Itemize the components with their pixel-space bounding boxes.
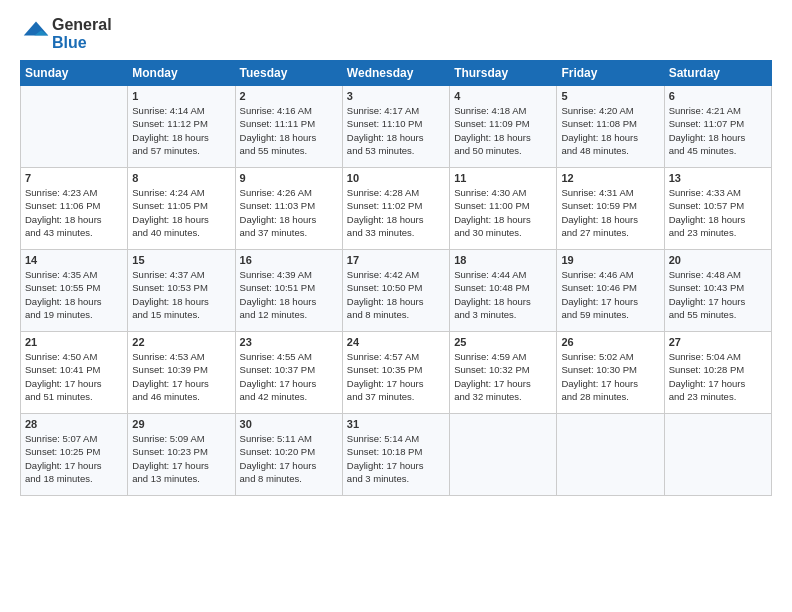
cell-content: Sunrise: 4:48 AMSunset: 10:43 PMDaylight…	[669, 268, 767, 321]
cell-content: Sunrise: 4:30 AMSunset: 11:00 PMDaylight…	[454, 186, 552, 239]
cell-w5-d3: 30Sunrise: 5:11 AMSunset: 10:20 PMDaylig…	[235, 414, 342, 496]
col-header-saturday: Saturday	[664, 61, 771, 86]
cell-w4-d2: 22Sunrise: 4:53 AMSunset: 10:39 PMDaylig…	[128, 332, 235, 414]
cell-w1-d5: 4Sunrise: 4:18 AMSunset: 11:09 PMDayligh…	[450, 86, 557, 168]
day-number: 22	[132, 336, 230, 348]
cell-w3-d3: 16Sunrise: 4:39 AMSunset: 10:51 PMDaylig…	[235, 250, 342, 332]
day-number: 26	[561, 336, 659, 348]
logo: General Blue	[20, 16, 112, 52]
cell-content: Sunrise: 5:07 AMSunset: 10:25 PMDaylight…	[25, 432, 123, 485]
cell-content: Sunrise: 5:02 AMSunset: 10:30 PMDaylight…	[561, 350, 659, 403]
header: General Blue	[20, 16, 772, 52]
cell-content: Sunrise: 4:14 AMSunset: 11:12 PMDaylight…	[132, 104, 230, 157]
cell-content: Sunrise: 4:39 AMSunset: 10:51 PMDaylight…	[240, 268, 338, 321]
page: General Blue SundayMondayTuesdayWednesda…	[0, 0, 792, 506]
cell-w4-d6: 26Sunrise: 5:02 AMSunset: 10:30 PMDaylig…	[557, 332, 664, 414]
cell-content: Sunrise: 4:28 AMSunset: 11:02 PMDaylight…	[347, 186, 445, 239]
day-number: 9	[240, 172, 338, 184]
cell-w5-d5	[450, 414, 557, 496]
cell-w5-d2: 29Sunrise: 5:09 AMSunset: 10:23 PMDaylig…	[128, 414, 235, 496]
day-number: 3	[347, 90, 445, 102]
day-number: 6	[669, 90, 767, 102]
cell-w3-d4: 17Sunrise: 4:42 AMSunset: 10:50 PMDaylig…	[342, 250, 449, 332]
day-number: 15	[132, 254, 230, 266]
cell-w4-d5: 25Sunrise: 4:59 AMSunset: 10:32 PMDaylig…	[450, 332, 557, 414]
cell-content: Sunrise: 4:18 AMSunset: 11:09 PMDaylight…	[454, 104, 552, 157]
logo-icon	[22, 18, 50, 46]
cell-content: Sunrise: 4:44 AMSunset: 10:48 PMDaylight…	[454, 268, 552, 321]
cell-w4-d4: 24Sunrise: 4:57 AMSunset: 10:35 PMDaylig…	[342, 332, 449, 414]
cell-content: Sunrise: 5:04 AMSunset: 10:28 PMDaylight…	[669, 350, 767, 403]
cell-content: Sunrise: 4:24 AMSunset: 11:05 PMDaylight…	[132, 186, 230, 239]
cell-w5-d7	[664, 414, 771, 496]
day-number: 16	[240, 254, 338, 266]
cell-content: Sunrise: 5:14 AMSunset: 10:18 PMDaylight…	[347, 432, 445, 485]
cell-w1-d6: 5Sunrise: 4:20 AMSunset: 11:08 PMDayligh…	[557, 86, 664, 168]
calendar-table: SundayMondayTuesdayWednesdayThursdayFrid…	[20, 60, 772, 496]
cell-w3-d2: 15Sunrise: 4:37 AMSunset: 10:53 PMDaylig…	[128, 250, 235, 332]
day-number: 2	[240, 90, 338, 102]
cell-w2-d2: 8Sunrise: 4:24 AMSunset: 11:05 PMDayligh…	[128, 168, 235, 250]
cell-content: Sunrise: 4:37 AMSunset: 10:53 PMDaylight…	[132, 268, 230, 321]
day-number: 8	[132, 172, 230, 184]
cell-content: Sunrise: 4:17 AMSunset: 11:10 PMDaylight…	[347, 104, 445, 157]
cell-w2-d4: 10Sunrise: 4:28 AMSunset: 11:02 PMDaylig…	[342, 168, 449, 250]
week-row-3: 14Sunrise: 4:35 AMSunset: 10:55 PMDaylig…	[21, 250, 772, 332]
cell-w4-d1: 21Sunrise: 4:50 AMSunset: 10:41 PMDaylig…	[21, 332, 128, 414]
cell-w1-d2: 1Sunrise: 4:14 AMSunset: 11:12 PMDayligh…	[128, 86, 235, 168]
day-number: 31	[347, 418, 445, 430]
day-number: 25	[454, 336, 552, 348]
cell-w4-d7: 27Sunrise: 5:04 AMSunset: 10:28 PMDaylig…	[664, 332, 771, 414]
day-number: 7	[25, 172, 123, 184]
cell-w5-d4: 31Sunrise: 5:14 AMSunset: 10:18 PMDaylig…	[342, 414, 449, 496]
cell-w3-d1: 14Sunrise: 4:35 AMSunset: 10:55 PMDaylig…	[21, 250, 128, 332]
col-header-tuesday: Tuesday	[235, 61, 342, 86]
cell-content: Sunrise: 4:42 AMSunset: 10:50 PMDaylight…	[347, 268, 445, 321]
cell-w2-d3: 9Sunrise: 4:26 AMSunset: 11:03 PMDayligh…	[235, 168, 342, 250]
day-number: 27	[669, 336, 767, 348]
cell-content: Sunrise: 5:11 AMSunset: 10:20 PMDaylight…	[240, 432, 338, 485]
cell-content: Sunrise: 4:23 AMSunset: 11:06 PMDaylight…	[25, 186, 123, 239]
day-number: 1	[132, 90, 230, 102]
cell-w2-d1: 7Sunrise: 4:23 AMSunset: 11:06 PMDayligh…	[21, 168, 128, 250]
cell-content: Sunrise: 4:35 AMSunset: 10:55 PMDaylight…	[25, 268, 123, 321]
cell-w5-d6	[557, 414, 664, 496]
day-number: 18	[454, 254, 552, 266]
week-row-5: 28Sunrise: 5:07 AMSunset: 10:25 PMDaylig…	[21, 414, 772, 496]
day-number: 13	[669, 172, 767, 184]
col-header-sunday: Sunday	[21, 61, 128, 86]
col-header-thursday: Thursday	[450, 61, 557, 86]
logo-blue: Blue	[52, 34, 112, 52]
cell-w3-d5: 18Sunrise: 4:44 AMSunset: 10:48 PMDaylig…	[450, 250, 557, 332]
cell-w1-d4: 3Sunrise: 4:17 AMSunset: 11:10 PMDayligh…	[342, 86, 449, 168]
day-number: 10	[347, 172, 445, 184]
cell-w2-d5: 11Sunrise: 4:30 AMSunset: 11:00 PMDaylig…	[450, 168, 557, 250]
day-number: 4	[454, 90, 552, 102]
cell-content: Sunrise: 4:50 AMSunset: 10:41 PMDaylight…	[25, 350, 123, 403]
day-number: 19	[561, 254, 659, 266]
day-number: 24	[347, 336, 445, 348]
day-number: 28	[25, 418, 123, 430]
week-row-4: 21Sunrise: 4:50 AMSunset: 10:41 PMDaylig…	[21, 332, 772, 414]
cell-content: Sunrise: 4:20 AMSunset: 11:08 PMDaylight…	[561, 104, 659, 157]
day-number: 30	[240, 418, 338, 430]
cell-content: Sunrise: 4:21 AMSunset: 11:07 PMDaylight…	[669, 104, 767, 157]
cell-w3-d7: 20Sunrise: 4:48 AMSunset: 10:43 PMDaylig…	[664, 250, 771, 332]
day-number: 12	[561, 172, 659, 184]
day-number: 23	[240, 336, 338, 348]
week-row-2: 7Sunrise: 4:23 AMSunset: 11:06 PMDayligh…	[21, 168, 772, 250]
cell-w1-d3: 2Sunrise: 4:16 AMSunset: 11:11 PMDayligh…	[235, 86, 342, 168]
col-header-friday: Friday	[557, 61, 664, 86]
col-header-monday: Monday	[128, 61, 235, 86]
week-row-1: 1Sunrise: 4:14 AMSunset: 11:12 PMDayligh…	[21, 86, 772, 168]
cell-w3-d6: 19Sunrise: 4:46 AMSunset: 10:46 PMDaylig…	[557, 250, 664, 332]
cell-content: Sunrise: 4:26 AMSunset: 11:03 PMDaylight…	[240, 186, 338, 239]
cell-content: Sunrise: 4:31 AMSunset: 10:59 PMDaylight…	[561, 186, 659, 239]
day-number: 17	[347, 254, 445, 266]
day-number: 29	[132, 418, 230, 430]
cell-content: Sunrise: 4:46 AMSunset: 10:46 PMDaylight…	[561, 268, 659, 321]
cell-content: Sunrise: 5:09 AMSunset: 10:23 PMDaylight…	[132, 432, 230, 485]
cell-w5-d1: 28Sunrise: 5:07 AMSunset: 10:25 PMDaylig…	[21, 414, 128, 496]
day-number: 11	[454, 172, 552, 184]
header-row: SundayMondayTuesdayWednesdayThursdayFrid…	[21, 61, 772, 86]
